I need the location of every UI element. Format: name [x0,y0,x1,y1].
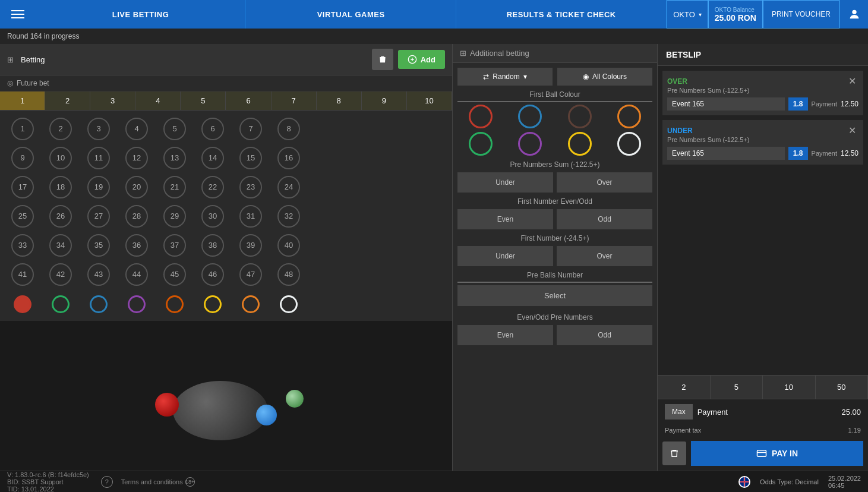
number-ball-40[interactable]: 40 [277,234,300,257]
max-button[interactable]: Max [665,404,693,420]
first-number-under-button[interactable]: Under [457,246,553,266]
odd3-button[interactable]: Odd [557,325,652,345]
number-ball-32[interactable]: 32 [277,205,300,228]
nav-live-betting[interactable]: LIVE BETTING [36,0,246,29]
number-ball-43[interactable]: 43 [87,263,110,286]
number-ball-47[interactable]: 47 [239,263,262,286]
number-ball-21[interactable]: 21 [163,176,186,198]
random-button[interactable]: ⇄ Random ▾ [457,68,553,86]
close-under-button[interactable]: ✕ [846,125,858,136]
number-cell: 47 [233,261,269,288]
number-ball-46[interactable]: 46 [201,263,224,286]
color-ball-4[interactable] [166,295,184,313]
number-ball-18[interactable]: 18 [49,176,72,198]
number-ball-23[interactable]: 23 [239,176,262,198]
number-cell: 30 [195,203,231,229]
color-ball-7[interactable] [280,295,298,313]
number-ball-8[interactable]: 8 [277,118,300,140]
number-ball-5[interactable]: 5 [163,118,186,140]
number-ball-35[interactable]: 35 [87,234,110,257]
pay-in-button[interactable]: PAY IN [691,441,863,466]
number-ball-29[interactable]: 29 [163,205,186,228]
nav-results[interactable]: RESULTS & TICKET CHECK [456,0,667,29]
number-ball-28[interactable]: 28 [125,205,148,228]
all-colours-button[interactable]: ◉ All Colours [557,68,652,86]
number-ball-42[interactable]: 42 [49,263,72,286]
number-ball-1[interactable]: 1 [11,118,34,140]
even3-button[interactable]: Even [457,325,553,345]
number-ball-22[interactable]: 22 [201,176,224,198]
color-option-0[interactable] [469,105,493,128]
close-over-button[interactable]: ✕ [846,75,858,87]
quick-amount-2[interactable]: 2 [658,376,711,399]
number-ball-17[interactable]: 17 [11,176,34,198]
color-option-5[interactable] [518,132,542,156]
number-ball-19[interactable]: 19 [87,176,110,198]
number-ball-3[interactable]: 3 [87,118,110,140]
color-option-6[interactable] [568,132,592,156]
number-ball-36[interactable]: 36 [125,234,148,257]
number-ball-6[interactable]: 6 [201,118,224,140]
number-ball-25[interactable]: 25 [11,205,34,228]
bet-odds-over: 1.8 [788,97,808,111]
color-option-3[interactable] [617,105,641,128]
okto-selector[interactable]: OKTO ▾ [667,0,708,29]
clear-betting-button[interactable] [372,49,393,70]
number-ball-7[interactable]: 7 [239,118,262,140]
color-ball-2[interactable] [90,295,108,313]
number-ball-15[interactable]: 15 [239,147,262,169]
number-ball-26[interactable]: 26 [49,205,72,228]
color-option-4[interactable] [469,132,493,156]
color-option-7[interactable] [617,132,641,156]
user-button[interactable] [839,0,868,29]
color-ball-1[interactable] [52,295,70,313]
number-ball-20[interactable]: 20 [125,176,148,198]
number-ball-13[interactable]: 13 [163,147,186,169]
first-number-over-button[interactable]: Over [557,246,652,266]
pay-trash-button[interactable] [662,441,686,465]
color-ball-3[interactable] [128,295,146,313]
number-ball-48[interactable]: 48 [277,263,300,286]
number-ball-11[interactable]: 11 [87,147,110,169]
help-button[interactable]: ? [101,476,113,488]
menu-button[interactable] [0,10,36,18]
number-ball-30[interactable]: 30 [201,205,224,228]
color-ball-0[interactable] [14,295,31,313]
number-ball-44[interactable]: 44 [125,263,148,286]
number-ball-38[interactable]: 38 [201,234,224,257]
number-ball-4[interactable]: 4 [125,118,148,140]
number-ball-24[interactable]: 24 [277,176,300,198]
number-ball-27[interactable]: 27 [87,205,110,228]
number-ball-2[interactable]: 2 [49,118,72,140]
number-ball-34[interactable]: 34 [49,234,72,257]
number-ball-39[interactable]: 39 [239,234,262,257]
quick-amount-50[interactable]: 50 [816,376,869,399]
payment-label-over: Payment [812,100,837,108]
nav-virtual-games[interactable]: VIRTUAL GAMES [246,0,456,29]
color-option-2[interactable] [568,105,592,128]
pre-numbers-under-button[interactable]: Under [457,172,553,193]
number-ball-41[interactable]: 41 [11,263,34,286]
print-voucher-button[interactable]: PRINT VOUCHER [763,0,839,29]
number-ball-33[interactable]: 33 [11,234,34,257]
number-ball-16[interactable]: 16 [277,147,300,169]
select-button[interactable]: Select [457,285,652,306]
number-ball-45[interactable]: 45 [163,263,186,286]
number-ball-9[interactable]: 9 [11,147,34,169]
quick-amount-5[interactable]: 5 [711,376,763,399]
number-ball-14[interactable]: 14 [201,147,224,169]
number-ball-10[interactable]: 10 [49,147,72,169]
terms-link[interactable]: Terms and conditions 18+ [121,477,195,487]
color-ball-6[interactable] [242,295,260,313]
color-option-1[interactable] [518,105,542,128]
number-ball-37[interactable]: 37 [163,234,186,257]
odd-button[interactable]: Odd [557,209,652,229]
quick-amount-10[interactable]: 10 [763,376,816,399]
color-ball-5[interactable] [204,295,222,313]
number-ball-31[interactable]: 31 [239,205,262,228]
even-button[interactable]: Even [457,209,553,229]
version-text: V: 1.83.0-rc.6 (B: f14efdc5e) [7,471,89,478]
number-ball-12[interactable]: 12 [125,147,148,169]
add-button[interactable]: Future bet Add [398,50,445,69]
pre-numbers-over-button[interactable]: Over [557,172,652,193]
